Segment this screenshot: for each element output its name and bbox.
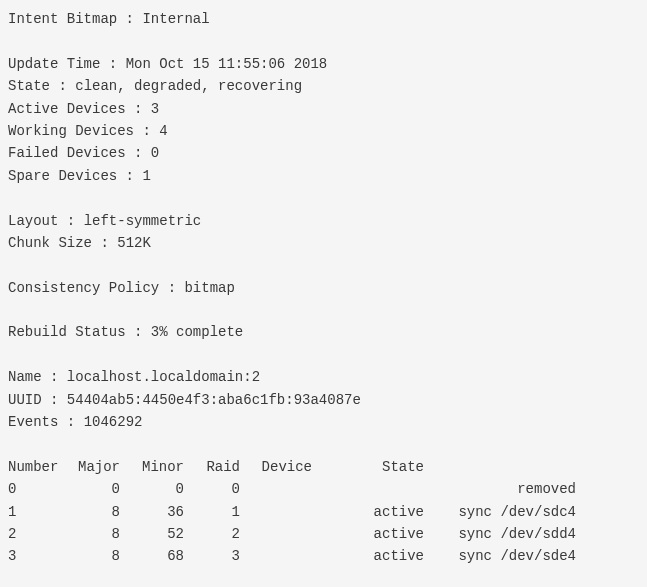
events-label: Events [8, 414, 58, 430]
failed-devices-value: 0 [151, 145, 159, 161]
cell-detail: sync /dev/sde4 [432, 545, 584, 567]
spare-devices-label: Spare Devices [8, 168, 117, 184]
uuid-line: UUID : 54404ab5:4450e4f3:aba6c1fb:93a408… [8, 389, 639, 411]
table-row: 3 8 68 3 active sync /dev/sde4 [8, 545, 584, 567]
cell-detail: sync /dev/sdd4 [432, 523, 584, 545]
name-value: localhost.localdomain:2 [67, 369, 260, 385]
cell-minor: 0 [128, 478, 192, 500]
uuid-label: UUID [8, 392, 42, 408]
layout-label: Layout [8, 213, 58, 229]
consistency-policy-line: Consistency Policy : bitmap [8, 277, 639, 299]
table-row: 1 8 36 1 active sync /dev/sdc4 [8, 501, 584, 523]
consistency-policy-value: bitmap [184, 280, 234, 296]
header-number: Number [8, 456, 72, 478]
active-devices-line: Active Devices : 3 [8, 98, 639, 120]
cell-minor: 36 [128, 501, 192, 523]
cell-detail: removed [432, 478, 584, 500]
layout-value: left-symmetric [84, 213, 202, 229]
header-state: State [320, 456, 432, 478]
blank-line [8, 187, 639, 209]
rebuild-status-label: Rebuild Status [8, 324, 126, 340]
cell-state [320, 478, 432, 500]
cell-minor: 52 [128, 523, 192, 545]
blank-line [8, 254, 639, 276]
spare-devices-line: Spare Devices : 1 [8, 165, 639, 187]
consistency-policy-label: Consistency Policy [8, 280, 159, 296]
cell-device [248, 478, 320, 500]
cell-minor: 68 [128, 545, 192, 567]
devices-table: Number Major Minor Raid Device State 0 0… [8, 456, 584, 568]
cell-raid: 2 [192, 523, 248, 545]
header-device: Device [248, 456, 320, 478]
rebuild-status-value: 3% complete [151, 324, 243, 340]
header-detail [432, 456, 584, 478]
header-raid: Raid [192, 456, 248, 478]
cell-state: active [320, 545, 432, 567]
update-time-value: Mon Oct 15 11:55:06 2018 [126, 56, 328, 72]
rebuild-status-line: Rebuild Status : 3% complete [8, 321, 639, 343]
cell-raid: 3 [192, 545, 248, 567]
header-major: Major [72, 456, 128, 478]
update-time-label: Update Time [8, 56, 100, 72]
state-line: State : clean, degraded, recovering [8, 75, 639, 97]
layout-line: Layout : left-symmetric [8, 210, 639, 232]
cell-major: 0 [72, 478, 128, 500]
blank-line [8, 299, 639, 321]
cell-major: 8 [72, 501, 128, 523]
cell-number: 0 [8, 478, 72, 500]
intent-bitmap-line: Intent Bitmap : Internal [8, 8, 639, 30]
intent-bitmap-value: Internal [142, 11, 209, 27]
cell-raid: 1 [192, 501, 248, 523]
blank-line [8, 433, 639, 455]
chunk-size-value: 512K [117, 235, 151, 251]
table-row: 2 8 52 2 active sync /dev/sdd4 [8, 523, 584, 545]
spare-devices-value: 1 [142, 168, 150, 184]
cell-device [248, 545, 320, 567]
working-devices-label: Working Devices [8, 123, 134, 139]
cell-raid: 0 [192, 478, 248, 500]
events-line: Events : 1046292 [8, 411, 639, 433]
cell-device [248, 501, 320, 523]
working-devices-line: Working Devices : 4 [8, 120, 639, 142]
table-header-row: Number Major Minor Raid Device State [8, 456, 584, 478]
table-row: 0 0 0 0 removed [8, 478, 584, 500]
blank-line [8, 30, 639, 52]
failed-devices-label: Failed Devices [8, 145, 126, 161]
cell-number: 1 [8, 501, 72, 523]
events-value: 1046292 [84, 414, 143, 430]
name-label: Name [8, 369, 42, 385]
cell-state: active [320, 523, 432, 545]
working-devices-value: 4 [159, 123, 167, 139]
cell-major: 8 [72, 545, 128, 567]
cell-number: 3 [8, 545, 72, 567]
cell-state: active [320, 501, 432, 523]
state-value: clean, degraded, recovering [75, 78, 302, 94]
failed-devices-line: Failed Devices : 0 [8, 142, 639, 164]
intent-bitmap-label: Intent Bitmap [8, 11, 117, 27]
chunk-size-line: Chunk Size : 512K [8, 232, 639, 254]
header-minor: Minor [128, 456, 192, 478]
uuid-value: 54404ab5:4450e4f3:aba6c1fb:93a4087e [67, 392, 361, 408]
name-line: Name : localhost.localdomain:2 [8, 366, 639, 388]
active-devices-value: 3 [151, 101, 159, 117]
cell-major: 8 [72, 523, 128, 545]
update-time-line: Update Time : Mon Oct 15 11:55:06 2018 [8, 53, 639, 75]
active-devices-label: Active Devices [8, 101, 126, 117]
cell-number: 2 [8, 523, 72, 545]
state-label: State [8, 78, 50, 94]
cell-device [248, 523, 320, 545]
cell-detail: sync /dev/sdc4 [432, 501, 584, 523]
blank-line [8, 344, 639, 366]
chunk-size-label: Chunk Size [8, 235, 92, 251]
